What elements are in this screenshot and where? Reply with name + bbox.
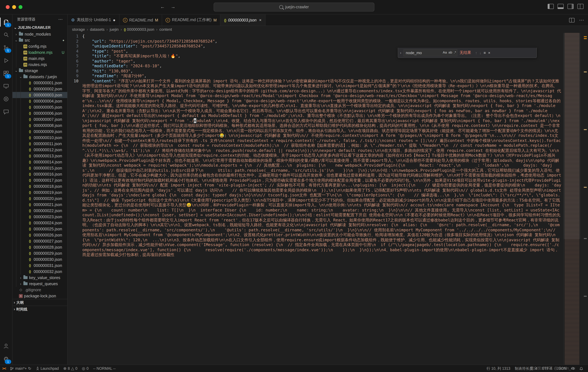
tree-item-000000015.json[interactable]: {}000000015.json (12, 165, 67, 171)
tree-item-000000029.json[interactable]: {}000000029.json (12, 250, 67, 256)
accounts-icon[interactable] (0, 340, 12, 352)
settings-gear-icon[interactable]: ⚙ 1 (0, 352, 12, 365)
project-section-header[interactable]: ⌄ JUEJIN-CRAWLER (12, 24, 67, 31)
activity-source-control[interactable]: 5 (0, 41, 12, 54)
overview-ruler[interactable] (580, 33, 588, 365)
tree-chevron-icon[interactable]: › (19, 282, 23, 286)
cursor-position-item[interactable]: 行 10, 列 1313 (484, 365, 513, 372)
tree-item-000000021.json[interactable]: {}000000021.json (12, 202, 67, 208)
tree-item-000000006.json[interactable]: {}000000006.json (12, 110, 67, 116)
tree-chevron-icon[interactable]: › (14, 32, 18, 36)
minimize-window-button[interactable] (12, 5, 16, 9)
views-more-icon[interactable]: ⋯ (58, 17, 63, 22)
tree-item-000000009.json[interactable]: {}000000009.json (12, 128, 67, 135)
problems-item[interactable]: ⊗ 8 △ 0 (61, 365, 80, 372)
find-toggle-replace-icon[interactable]: › (400, 51, 401, 55)
tree-item-000000025.json[interactable]: {}000000025.json (12, 226, 67, 232)
code-line-6[interactable]: 6 "author": "tager", (68, 58, 563, 64)
activity-extensions[interactable]: 1 (0, 67, 12, 80)
window-controls[interactable] (6, 5, 22, 9)
whole-word-toggle[interactable]: ab (449, 50, 452, 54)
breadcrumb-item-000000003.json[interactable]: {}000000003.json (124, 27, 154, 32)
tree-item-000000030.json[interactable]: {}000000030.json (12, 256, 67, 262)
breadcrumb-item-juejin[interactable]: juejin (110, 27, 119, 32)
code-editor[interactable]: 1{2 "url": "https://juejin.cn/post/73445… (68, 33, 563, 365)
activity-chat[interactable] (0, 106, 12, 118)
tab-README.md[interactable]: iREADME.mdM (119, 14, 162, 26)
code-line-9[interactable]: 9 "readTime": "阅读7分钟", (68, 73, 563, 78)
tree-item-000000027.json[interactable]: {}000000027.json (12, 238, 67, 244)
dirty-dot-icon[interactable]: ● (113, 18, 116, 22)
breadcrumb-item-content[interactable]: content (159, 27, 172, 32)
git-branch-item[interactable]: main*+ ↻ (8, 365, 33, 372)
tree-item-000000024.json[interactable]: {}000000024.json (12, 220, 67, 226)
tree-item-config.mjs[interactable]: JSconfig.mjs (12, 43, 67, 49)
code-line-2[interactable]: 2 "url": "https://juejin.cn/post/7344571… (68, 39, 563, 43)
tab-README.md-[interactable]: iREADME.md (工作树)M (162, 14, 220, 26)
launchpad-item[interactable]: Launchpad (33, 365, 61, 372)
code-line-10[interactable]: 10 "content": "序言\n\n如果打开一个文件，看到的全是满屏幕的 … (68, 78, 563, 257)
tree-item-000000003.json[interactable]: {}000000003.json (12, 92, 67, 98)
tree-item-000000012.json[interactable]: {}000000012.json (12, 147, 67, 153)
timeline-section[interactable]: › 时间线 (12, 306, 67, 312)
tab--Untitled-1[interactable]: ⚙离线部分 Untitled-1● (68, 14, 119, 26)
tree-item-src[interactable]: ⌄src● (12, 37, 67, 43)
tree-item-000000008.json[interactable]: {}000000008.json (12, 122, 67, 128)
customize-layout-icon[interactable] (578, 4, 584, 9)
notifications-bell-icon[interactable] (577, 365, 586, 372)
remote-indicator[interactable]: >< (0, 365, 8, 372)
outline-section[interactable]: › 大纲 (12, 299, 67, 306)
tree-item-storage[interactable]: ⌄storage (12, 68, 67, 74)
regex-toggle[interactable]: .* (454, 50, 456, 54)
activity-remote-explorer[interactable] (0, 80, 12, 93)
tree-item-loadmore.mjs[interactable]: JSloadmore.mjsU (12, 49, 67, 55)
activity-run-debug[interactable] (0, 54, 12, 67)
tree-item-000000023.json[interactable]: {}000000023.json (12, 214, 67, 220)
tree-item-000000004.json[interactable]: {}000000004.json (12, 98, 67, 104)
tree-item-000000019.json[interactable]: {}000000019.json (12, 189, 67, 195)
tree-item-routes.mjs[interactable]: JSroutes.mjs (12, 62, 67, 68)
code-line-8[interactable]: 8 "hit": "130,083", (68, 68, 563, 73)
find-next-icon[interactable]: ↓ (479, 51, 481, 55)
tree-item-000000013.json[interactable]: {}000000013.json (12, 153, 67, 159)
tree-item-node_modules[interactable]: ›node_modules (12, 31, 67, 37)
tree-item-package-lock.json[interactable]: npackage-lock.json (12, 293, 67, 299)
tree-item-000000018.json[interactable]: {}000000018.json (12, 183, 67, 189)
find-in-selection-icon[interactable]: ≡ (483, 51, 486, 55)
tree-item-000000016.json[interactable]: {}000000016.json (12, 171, 67, 177)
tree-item-.gitignore[interactable]: ◇.gitignore (12, 287, 67, 293)
tree-item-key_value_stores[interactable]: ›key_value_stores (12, 275, 67, 281)
tree-chevron-icon[interactable]: ⌄ (19, 75, 23, 79)
tree-item-000000031.json[interactable]: {}000000031.json (12, 262, 67, 268)
tree-item-datasets-juejin[interactable]: ⌄datasets / juejin (12, 74, 67, 80)
back-icon[interactable]: ← (160, 4, 165, 9)
tree-chevron-icon[interactable]: ⌄ (14, 69, 18, 73)
minimap[interactable] (563, 33, 580, 365)
tree-item-request_queues[interactable]: ›request_queues (12, 281, 67, 287)
tree-item-main.mjs[interactable]: JSmain.mjs (12, 55, 67, 62)
command-center-search[interactable]: juejin-crawler (214, 2, 374, 11)
tab-close-icon[interactable]: × (259, 18, 262, 22)
forward-icon[interactable]: → (171, 4, 176, 9)
tree-item-000000010.json[interactable]: {}000000010.json (12, 135, 67, 141)
tree-item-000000017.json[interactable]: {}000000017.json (12, 177, 67, 183)
tree-item-000000014.json[interactable]: {}000000014.json (12, 159, 67, 165)
tree-item-000000005.json[interactable]: {}000000005.json (12, 104, 67, 110)
breadcrumb-item-datasets[interactable]: datasets (90, 27, 105, 32)
tree-item-000000032.json[interactable]: {}000000032.json (12, 268, 67, 275)
vim-mode-item[interactable]: -- NORMAL -- (91, 365, 118, 372)
editor-more-actions-icon[interactable]: ⋯ (579, 17, 584, 23)
activity-explorer[interactable]: 1 (0, 16, 12, 29)
tab-000000003.json[interactable]: {}000000003.json× (220, 14, 265, 26)
tree-item-000000001.json[interactable]: {}000000001.json (12, 80, 67, 86)
tree-item-000000011.json[interactable]: {}000000011.json (12, 141, 67, 147)
breadcrumb-item-storage[interactable]: storage (72, 27, 85, 32)
toggle-panel-icon[interactable] (557, 4, 564, 9)
find-close-icon[interactable]: × (488, 51, 490, 55)
tree-chevron-icon[interactable]: ⌄ (14, 38, 18, 42)
tree-item-000000022.json[interactable]: {}000000022.json (12, 208, 67, 214)
close-window-button[interactable] (6, 5, 10, 9)
match-case-toggle[interactable]: Aa (443, 50, 447, 54)
tree-item-000000020.json[interactable]: {}000000020.json (12, 195, 67, 202)
tree-item-000000026.json[interactable]: {}000000026.json (12, 232, 67, 238)
